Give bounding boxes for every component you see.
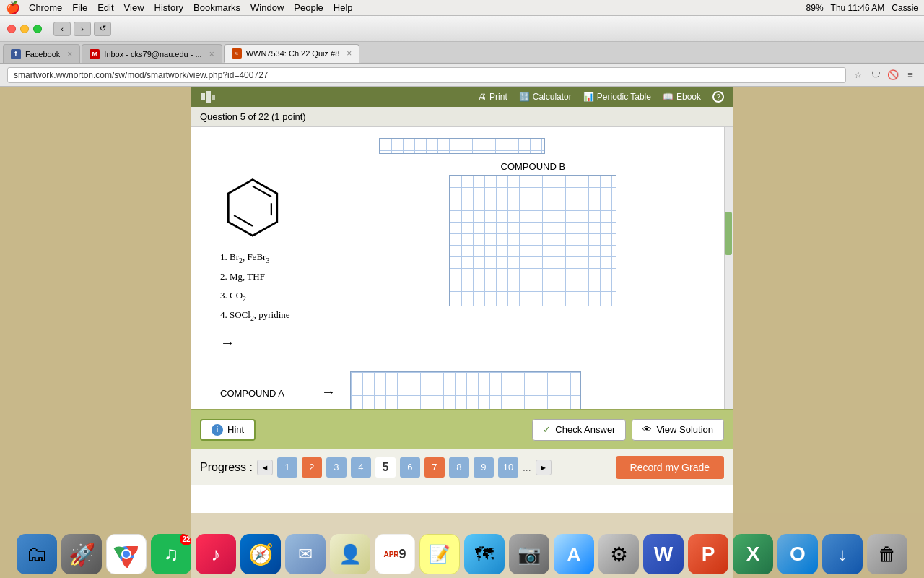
dock-downloader[interactable]: ↓ <box>822 534 863 574</box>
compound-b-label: COMPOUND B <box>362 161 704 172</box>
traffic-lights <box>7 25 42 33</box>
back-button[interactable]: ‹ <box>53 22 71 36</box>
tab-facebook[interactable]: f Facebook × <box>3 44 80 63</box>
dock-word[interactable]: W <box>643 534 684 574</box>
compound-a-label: COMPOUND A <box>220 388 292 399</box>
dock-chrome[interactable] <box>106 534 147 574</box>
tab-inbox-close[interactable]: × <box>209 49 214 59</box>
top-grid-area[interactable] <box>379 138 545 154</box>
excel-icon: X <box>746 543 760 566</box>
compound-a-arrow: → <box>321 384 336 400</box>
page-7-button[interactable]: 7 <box>424 457 445 478</box>
ebook-button[interactable]: 📖 Ebook <box>663 92 701 102</box>
smartwork-panel: 🖨 Print 🔢 Calculator 📊 Periodic Table 📖 … <box>191 87 733 578</box>
mail-icon: ✉ <box>298 544 313 564</box>
dock-appstore[interactable]: A <box>554 534 594 574</box>
dock-trash[interactable]: 🗑 <box>867 534 907 574</box>
maximize-button[interactable] <box>33 25 42 33</box>
scrollbar-track[interactable] <box>724 127 733 409</box>
menubar-edit[interactable]: Edit <box>97 2 113 13</box>
table-icon: 📊 <box>583 92 594 102</box>
calculator-button[interactable]: 🔢 Calculator <box>519 92 572 102</box>
menubar-file[interactable]: File <box>72 2 87 13</box>
periodic-table-button[interactable]: 📊 Periodic Table <box>583 92 651 102</box>
page-10-button[interactable]: 10 <box>498 457 518 478</box>
page-8-button[interactable]: 8 <box>449 457 469 478</box>
hint-button[interactable]: i Hint <box>200 419 256 441</box>
apple-menu[interactable]: 🍎 <box>6 1 20 14</box>
svg-rect-1 <box>206 91 211 103</box>
step-1: 1. Br2, FeBr3 <box>220 248 290 267</box>
check-answer-button[interactable]: ✓ Check Answer <box>532 419 626 441</box>
chrome-icon <box>113 540 140 568</box>
trash-icon: 🗑 <box>878 543 897 566</box>
progress-label: Progress : <box>200 461 253 474</box>
menubar-people[interactable]: People <box>294 2 323 13</box>
menubar-chrome[interactable]: Chrome <box>29 2 62 13</box>
print-button[interactable]: 🖨 Print <box>478 92 507 102</box>
dock-settings[interactable]: ⚙ <box>598 534 639 574</box>
refresh-button[interactable]: ↺ <box>94 22 111 36</box>
view-solution-button[interactable]: 👁 View Solution <box>632 419 724 441</box>
menu-icon[interactable]: ≡ <box>904 69 917 82</box>
minimize-button[interactable] <box>20 25 29 33</box>
reaction-arrow: → <box>220 328 290 357</box>
page-9-button[interactable]: 9 <box>474 457 494 478</box>
tab-wwn[interactable]: ≈ WWN7534: Ch 22 Quiz #8 × <box>224 44 360 63</box>
launchpad-icon: 🚀 <box>69 542 95 567</box>
dock: 🗂 🚀 ♫ 22 ♪ 🧭 ✉ 👤 APR 9 📝 🗺 <box>0 513 924 578</box>
stickies-icon: 📝 <box>429 544 450 564</box>
page-2-button[interactable]: 2 <box>302 457 322 478</box>
dock-spotify[interactable]: ♫ 22 <box>151 534 191 574</box>
browser-window: ‹ › ↺ f Facebook × M Inbox - cks79@nau.e… <box>0 16 924 87</box>
svg-rect-0 <box>201 93 205 100</box>
dock-stickies[interactable]: 📝 <box>419 534 460 574</box>
tab-inbox[interactable]: M Inbox - cks79@nau.edu - ... × <box>82 44 222 63</box>
scrollbar-thumb[interactable] <box>725 212 732 255</box>
url-input[interactable] <box>7 67 846 83</box>
dock-photos[interactable]: 📷 <box>509 534 549 574</box>
help-button[interactable]: ? <box>712 91 724 103</box>
menubar-view[interactable]: View <box>124 2 144 13</box>
svg-line-6 <box>234 215 253 226</box>
question-number: Question 5 of 22 (1 point) <box>200 111 306 122</box>
record-grade-button[interactable]: Record my Grade <box>616 456 724 479</box>
dock-onedrive[interactable]: O <box>777 534 818 574</box>
compound-a-grid[interactable] <box>350 371 581 409</box>
appstore-icon: A <box>567 543 581 566</box>
next-page-button[interactable]: ► <box>536 460 552 475</box>
page-3-button[interactable]: 3 <box>326 457 346 478</box>
clock: Thu 11:46 AM <box>831 3 885 13</box>
dock-launchpad[interactable]: 🚀 <box>61 534 102 574</box>
page-5-current[interactable]: 5 <box>375 457 396 478</box>
dock-itunes[interactable]: ♪ <box>196 534 236 574</box>
tab-wwn-close[interactable]: × <box>346 48 352 59</box>
forward-button[interactable]: › <box>74 22 91 36</box>
dock-contacts[interactable]: 👤 <box>330 534 370 574</box>
dock-finder[interactable]: 🗂 <box>17 534 57 574</box>
menubar-help[interactable]: Help <box>334 2 353 13</box>
dock-excel[interactable]: X <box>733 534 773 574</box>
dock-safari[interactable]: 🧭 <box>240 534 281 574</box>
menubar-history[interactable]: History <box>154 2 183 13</box>
menubar-bookmarks[interactable]: Bookmarks <box>193 2 240 13</box>
hint-bar: i Hint ✓ Check Answer 👁 View Solution <box>191 409 733 449</box>
block-icon[interactable]: 🚫 <box>886 69 899 82</box>
page-4-button[interactable]: 4 <box>351 457 371 478</box>
tab-facebook-close[interactable]: × <box>67 49 72 59</box>
dock-mail[interactable]: ✉ <box>285 534 326 574</box>
dock-maps[interactable]: 🗺 <box>464 534 505 574</box>
dock-powerpoint[interactable]: P <box>688 534 728 574</box>
menubar: 🍎 Chrome File Edit View History Bookmark… <box>0 0 924 16</box>
menubar-window[interactable]: Window <box>250 2 284 13</box>
book-icon: 📖 <box>663 92 674 102</box>
compound-b-grid[interactable] <box>449 175 616 306</box>
page-6-button[interactable]: 6 <box>400 457 420 478</box>
dock-calendar[interactable]: APR 9 <box>375 534 415 574</box>
prev-page-button[interactable]: ◄ <box>257 460 273 475</box>
page-1-button[interactable]: 1 <box>277 457 297 478</box>
finder-icon: 🗂 <box>26 542 48 566</box>
close-button[interactable] <box>7 25 16 33</box>
print-icon: 🖨 <box>478 92 487 102</box>
star-icon[interactable]: ☆ <box>852 69 865 82</box>
